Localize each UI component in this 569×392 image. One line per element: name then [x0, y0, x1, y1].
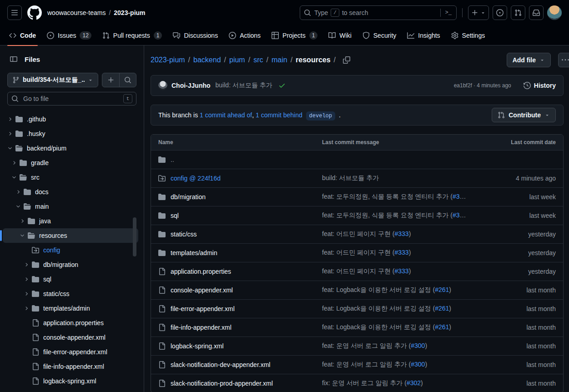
tree-item-github[interactable]: .github — [3, 112, 138, 126]
global-search-input[interactable]: Type / to search >_ — [300, 5, 457, 20]
date-cell[interactable]: yesterday — [476, 268, 556, 275]
user-avatar[interactable] — [547, 5, 562, 20]
tab-wiki[interactable]: Wiki — [325, 25, 355, 45]
commit-message-text[interactable]: feat: 모두의정원, 식물 등록 요청 엔티티 추가 ( — [322, 193, 453, 200]
commit-message-text[interactable]: feat: 어드민 페이지 구현 ( — [322, 230, 394, 237]
file-name-link[interactable]: application.properties — [171, 268, 231, 275]
tab-insights[interactable]: Insights — [403, 25, 443, 45]
issue-link[interactable]: #333 — [394, 267, 408, 275]
notifications-inbox-button[interactable] — [529, 5, 544, 20]
date-cell[interactable]: 4 minutes ago — [476, 175, 556, 182]
issue-link[interactable]: #261 — [435, 305, 449, 312]
file-name-link[interactable]: sql — [171, 212, 179, 219]
collapse-sidebar-button[interactable] — [7, 53, 20, 65]
hamburger-menu-button[interactable] — [7, 5, 22, 20]
tree-item-backend-pium[interactable]: backend/pium — [3, 141, 138, 156]
commit-message[interactable]: build: 서브모듈 추가 — [216, 81, 272, 90]
tree-item-static-css[interactable]: static/css — [3, 286, 138, 301]
commit-author-link[interactable]: Choi-JJunho — [171, 82, 211, 89]
issue-link[interactable]: #333 — [394, 249, 408, 256]
file-name-link[interactable]: file-info-appender.xml — [171, 324, 232, 331]
develop-branch-label[interactable]: develop — [306, 111, 335, 121]
tree-item-db-migration[interactable]: db/migration — [3, 257, 138, 272]
file-name-link[interactable]: slack-notification-prod-appender.xml — [171, 380, 273, 387]
commit-message-text[interactable]: feat: 어드민 페이지 구현 ( — [322, 267, 394, 275]
tree-item-husky[interactable]: .husky — [3, 126, 138, 141]
commit-message-text[interactable]: feat: 어드민 페이지 구현 ( — [322, 249, 394, 256]
tree-item-application-properties[interactable]: application.properties — [3, 316, 138, 330]
org-link[interactable]: woowacourse-teams — [47, 9, 106, 16]
tree-item-docs[interactable]: docs — [3, 185, 138, 199]
commit-message-text[interactable]: feat: Logback을 이용한 서버 로깅 설정 ( — [322, 305, 435, 312]
issue-link[interactable]: #300 — [411, 361, 425, 368]
tab-security[interactable]: Security — [359, 25, 400, 45]
breadcrumb-segment-pium[interactable]: pium — [229, 56, 245, 64]
create-new-button[interactable] — [468, 5, 489, 20]
commit-message-text[interactable]: feat: Logback을 이용한 서버 로깅 설정 ( — [322, 323, 435, 331]
add-file-button[interactable]: Add file — [507, 53, 551, 67]
branch-selector[interactable]: build/354-서브모듈_... — [7, 73, 98, 87]
file-name-link[interactable]: templates/admin — [171, 249, 217, 256]
tab-actions[interactable]: Actions — [225, 25, 264, 45]
date-cell[interactable]: last week — [476, 193, 556, 201]
issue-link[interactable]: #261 — [435, 323, 449, 331]
github-logo-icon[interactable] — [27, 5, 42, 20]
date-cell[interactable]: last month — [476, 380, 556, 387]
breadcrumb-segment-src[interactable]: src — [253, 56, 263, 64]
file-name-link[interactable]: file-error-appender.xml — [171, 305, 235, 312]
breadcrumb-segment-main[interactable]: main — [272, 56, 287, 64]
commit-sha-time[interactable]: ea1bf2f · 4 minutes ago — [454, 82, 511, 89]
date-cell[interactable]: last month — [476, 286, 556, 294]
tab-discussions[interactable]: Discussions — [169, 25, 222, 45]
date-cell[interactable]: last month — [476, 324, 556, 331]
issue-link[interactable]: #302 — [407, 379, 421, 387]
tree-item-templates-admin[interactable]: templates/admin — [3, 301, 138, 316]
check-icon[interactable] — [278, 82, 286, 89]
commit-message-text[interactable]: fix: 운영 서버 로그 알림 추가 ( — [322, 379, 407, 387]
issues-dashboard-button[interactable] — [493, 5, 507, 20]
tree-item-main[interactable]: main — [3, 199, 138, 214]
tree-item-config[interactable]: config — [3, 243, 138, 257]
goto-file-input[interactable] — [22, 95, 120, 103]
date-cell[interactable]: yesterday — [476, 249, 556, 256]
new-file-button[interactable] — [102, 73, 119, 87]
file-name-link[interactable]: static/css — [171, 231, 197, 238]
commit-message-text[interactable]: feat: 모두의정원, 식물 등록 요청 엔티티 추가 ( — [322, 211, 453, 219]
tree-item-java[interactable]: java — [3, 214, 138, 228]
pull-requests-dashboard-button[interactable] — [511, 5, 525, 20]
date-cell[interactable]: last week — [476, 212, 556, 219]
file-name-link[interactable]: config @ 224f16d — [171, 175, 221, 182]
file-name-link[interactable]: logback-spring.xml — [171, 342, 224, 350]
sidebar-scrollbar-thumb[interactable] — [133, 217, 136, 256]
tab-pull-requests[interactable]: Pull requests1 — [99, 25, 166, 45]
ahead-link[interactable]: 1 commit ahead of — [200, 111, 252, 119]
behind-link[interactable]: 1 commit behind — [256, 111, 302, 119]
file-name-link[interactable]: .. — [171, 156, 174, 163]
tree-item-logback-spring-xml[interactable]: logback-spring.xml — [3, 374, 138, 388]
commit-author-avatar[interactable] — [158, 81, 167, 90]
file-name-link[interactable]: db/migration — [171, 193, 206, 201]
tab-settings[interactable]: Settings — [448, 25, 489, 45]
copy-path-button[interactable] — [340, 54, 353, 66]
more-options-button[interactable] — [558, 53, 569, 67]
issue-link[interactable]: #333 — [394, 230, 408, 237]
search-in-tree-button[interactable] — [119, 73, 136, 87]
breadcrumb-segment-backend[interactable]: backend — [193, 56, 221, 64]
history-link[interactable]: History — [524, 82, 556, 89]
date-cell[interactable]: last month — [476, 305, 556, 312]
commit-message-text[interactable]: build: 서브모듈 추가 — [322, 174, 379, 181]
file-name-link[interactable]: console-appender.xml — [171, 286, 233, 294]
date-cell[interactable]: last month — [476, 342, 556, 350]
commit-message-text[interactable]: feat: Logback을 이용한 서버 로깅 설정 ( — [322, 286, 435, 293]
date-cell[interactable]: yesterday — [476, 231, 556, 238]
tab-issues[interactable]: Issues12 — [43, 25, 95, 45]
repo-link[interactable]: 2023-pium — [114, 9, 145, 16]
date-cell[interactable]: last month — [476, 361, 556, 368]
tree-item-file-error-appender-xml[interactable]: file-error-appender.xml — [3, 345, 138, 359]
tree-item-file-info-appender-xml[interactable]: file-info-appender.xml — [3, 359, 138, 374]
tree-item-src[interactable]: src — [3, 170, 138, 185]
commit-message-text[interactable]: feat: 운영 서버 로그 알림 추가 ( — [322, 342, 411, 349]
issue-link[interactable]: #343 — [453, 193, 467, 200]
tree-item-console-appender-xml[interactable]: console-appender.xml — [3, 330, 138, 345]
contribute-button[interactable]: Contribute — [492, 108, 556, 122]
